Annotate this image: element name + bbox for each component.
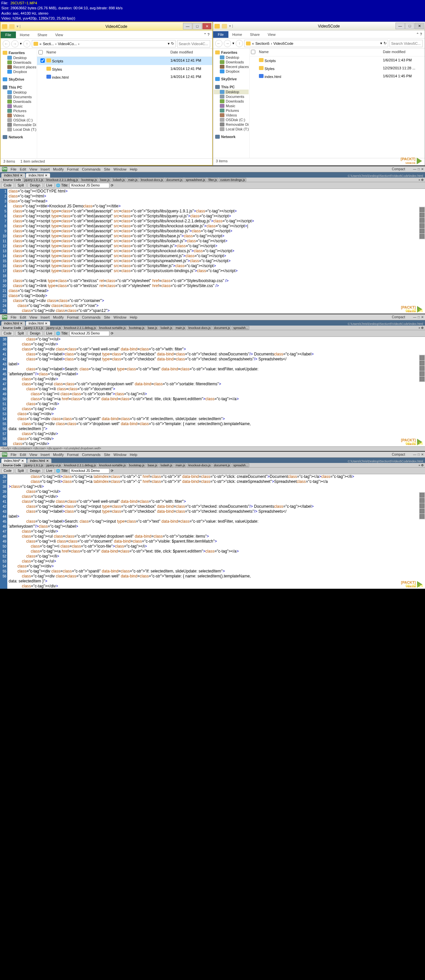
nav-dropbox[interactable]: Dropbox (1, 69, 36, 74)
minimize-icon[interactable]: — (413, 453, 416, 456)
file-row[interactable]: Styles 12/29/2013 11:28 ... (250, 64, 425, 72)
src-tab[interactable]: main.js (174, 326, 187, 330)
tool-icon[interactable] (420, 509, 424, 513)
favorites-group[interactable]: Favorites (1, 50, 36, 56)
close-button[interactable]: ✕ (415, 22, 424, 29)
breadcrumb[interactable]: « Secti...› Video4Co...› ▾ ↻ (32, 40, 176, 48)
nav-pc-removable[interactable]: Removable Dis... (1, 123, 36, 127)
src-tab[interactable]: document.js (212, 326, 232, 330)
tool-icon[interactable] (420, 366, 424, 371)
minimize-icon[interactable]: — (413, 315, 416, 319)
src-tab[interactable]: spreadsh... (232, 463, 250, 467)
menu-insert[interactable]: Insert (40, 315, 50, 319)
file-tab[interactable]: index.html ✕ (1, 173, 25, 178)
title-input[interactable] (70, 331, 109, 336)
menu-view[interactable]: View (30, 167, 38, 171)
view-live[interactable]: Live (44, 331, 55, 336)
menu-insert[interactable]: Insert (40, 167, 50, 171)
src-tab[interactable]: document.js (212, 463, 232, 467)
src-tab[interactable]: knockout-docs.js (187, 463, 212, 467)
tool-icon[interactable]: ⟳ (111, 331, 113, 335)
back-button[interactable]: ← (215, 40, 222, 47)
nav-pc-pictures[interactable]: Pictures (1, 108, 36, 113)
down-icon[interactable]: ▾ | (229, 24, 233, 28)
src-tab[interactable]: base.js (146, 463, 159, 467)
nav-pc-pictures[interactable]: Pictures (214, 108, 249, 113)
close-icon[interactable]: ✕ (421, 167, 424, 171)
code-editor[interactable]: 3637383940414243444546474849505152535455… (0, 474, 425, 589)
menu-help[interactable]: Help (130, 167, 137, 171)
up-button[interactable]: ↑ (236, 40, 243, 47)
refresh-icon[interactable]: ↻ (384, 41, 387, 46)
title-input[interactable] (70, 183, 109, 188)
src-tab[interactable]: main.js (127, 178, 139, 182)
thispc-group[interactable]: This PC (214, 84, 249, 90)
layout-dropdown[interactable]: Compact (392, 453, 405, 456)
src-tab[interactable]: spreadsh... (232, 326, 250, 330)
src-tab[interactable]: document.js (165, 178, 184, 182)
nav-pc-downloads[interactable]: Downloads (1, 99, 36, 104)
ribbon-view[interactable]: View (263, 31, 279, 38)
src-tab[interactable]: jquery-1.9.1.js (23, 178, 45, 182)
thispc-group[interactable]: This PC (1, 84, 36, 90)
title-bar[interactable]: ▾ | Video4Code — □ ✕ (1, 22, 212, 31)
close-button[interactable]: ✕ (202, 23, 211, 30)
menu-commands[interactable]: Commands (82, 453, 100, 457)
close-icon[interactable]: ✕ (421, 453, 424, 456)
src-tab[interactable]: knockout-docs.js (140, 178, 165, 182)
title-input[interactable] (70, 468, 109, 474)
nav-pc-music[interactable]: Music (214, 103, 249, 108)
nav-recent[interactable]: Recent places (214, 64, 249, 69)
menu-modify[interactable]: Modify (53, 167, 63, 171)
ribbon-file[interactable]: File (213, 31, 228, 38)
ribbon-view[interactable]: View (51, 32, 67, 38)
maximize-icon[interactable]: □ (418, 453, 420, 456)
dropdown-icon[interactable]: ▾ (168, 41, 170, 46)
minimize-button[interactable]: — (183, 23, 192, 30)
view-live[interactable]: Live (44, 468, 55, 473)
menu-modify[interactable]: Modify (53, 453, 63, 457)
nav-desktop[interactable]: Desktop (214, 55, 249, 60)
expand-icon[interactable]: ⌃ ? (413, 32, 425, 37)
file-tab[interactable]: index.html* ✕ (1, 459, 27, 463)
more-icon[interactable]: » ⚙ (419, 464, 424, 467)
menu-commands[interactable]: Commands (82, 315, 100, 319)
view-split[interactable]: Split (15, 468, 26, 473)
close-icon[interactable]: ✕ (421, 315, 424, 319)
src-tab[interactable]: knockout-2.2.1.debug.js (63, 326, 97, 330)
globe-icon[interactable]: 🌐 (56, 331, 60, 335)
src-tab[interactable]: jquery-1.9.1.js (23, 463, 45, 467)
column-headers[interactable]: Name Date modified (250, 48, 425, 56)
up-button[interactable]: ↑ (23, 40, 30, 48)
tool-icon[interactable] (420, 207, 424, 212)
forward-button[interactable]: → (224, 40, 231, 47)
src-tab[interactable]: knockout-2.2.1.debug.js (63, 463, 97, 467)
tool-icon[interactable] (420, 493, 424, 498)
maximize-button[interactable]: □ (405, 22, 414, 29)
file-row[interactable]: index.html 1/4/2014 12:41 PM (37, 73, 212, 81)
menu-view[interactable]: View (30, 453, 38, 457)
ribbon-share[interactable]: Share (246, 31, 263, 38)
layout-dropdown[interactable]: Compact (392, 315, 405, 319)
column-headers[interactable]: Name Date modified (37, 49, 212, 57)
search-input[interactable] (177, 40, 210, 48)
down-icon[interactable]: ▾ | (17, 24, 21, 29)
tool-icon[interactable] (420, 361, 424, 365)
network-group[interactable]: Network (214, 134, 249, 139)
globe-icon[interactable]: 🌐 (56, 183, 60, 187)
menu-edit[interactable]: Edit (20, 167, 26, 171)
nav-pc-osdisk[interactable]: OSDisk (C:) (1, 118, 36, 123)
tool-icon[interactable]: ⟳ (111, 183, 113, 187)
skydrive-group[interactable]: SkyDrive (1, 77, 36, 82)
tool-icon[interactable] (420, 229, 424, 233)
nav-pc-localdisk[interactable]: Local Disk (T:) (1, 127, 36, 132)
src-tab[interactable]: lodash.js (159, 326, 174, 330)
menu-site[interactable]: Site (104, 453, 110, 457)
maximize-icon[interactable]: □ (418, 315, 420, 319)
menu-modify[interactable]: Modify (53, 315, 63, 319)
dropdown-icon[interactable]: ▾ (380, 41, 382, 46)
menu-help[interactable]: Help (130, 315, 137, 319)
code-body[interactable]: class="c-tag"><li>class="c-tag"><a tabin… (7, 474, 425, 589)
tool-icon[interactable] (420, 371, 424, 376)
menu-format[interactable]: Format (67, 453, 79, 457)
